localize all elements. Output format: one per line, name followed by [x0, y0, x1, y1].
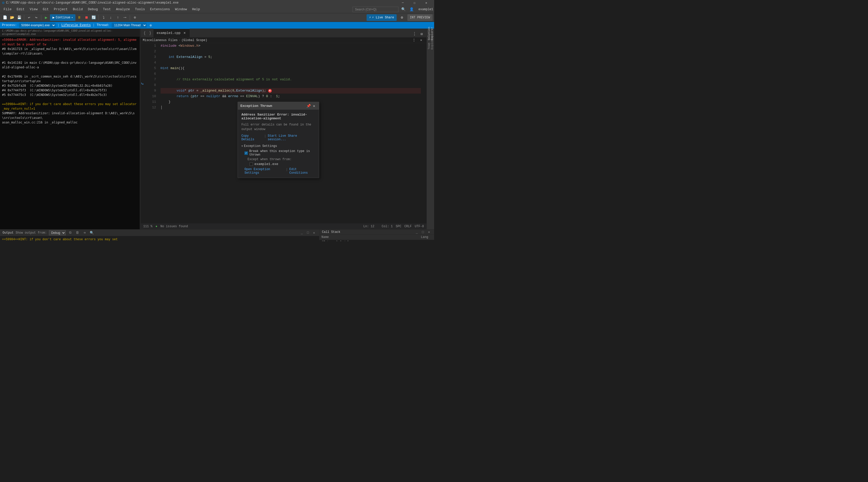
pause-button[interactable]: ⏸: [76, 14, 83, 21]
menu-project[interactable]: Project: [51, 6, 70, 13]
no-issues-label[interactable]: No issues found: [160, 225, 188, 228]
menu-build[interactable]: Build: [70, 6, 85, 13]
run-to-cursor-button[interactable]: ⤏: [122, 14, 128, 21]
callstack-maximize-button[interactable]: □: [421, 230, 426, 235]
var-external-align: ExternalAlign: [177, 54, 202, 60]
breadcrumb-scope[interactable]: (Global Scope): [182, 38, 207, 42]
new-project-button[interactable]: 📄: [2, 14, 8, 21]
breadcrumb-close-btn[interactable]: ✕: [418, 37, 425, 43]
lifecycle-events-button[interactable]: Lifecycle Events: [61, 24, 91, 27]
terminal-line: SUMMARY: AddressSanitizer: invalid-alloc…: [2, 111, 138, 120]
callstack-close-button[interactable]: ✕: [427, 230, 432, 235]
exception-settings-header[interactable]: ▼ Exception Settings: [241, 144, 315, 148]
indent: [161, 94, 177, 99]
output-copy-button[interactable]: ⧉: [68, 230, 73, 235]
step-into-button[interactable]: ↓: [107, 14, 114, 21]
comma: ,: [234, 88, 236, 94]
int-keyword: int: [168, 54, 174, 60]
open-button[interactable]: 📂: [9, 14, 15, 21]
breadcrumb-menu-btn[interactable]: ⋮: [411, 37, 417, 43]
toolbar-right: ⚡ ⚡ Live Share ⚙ INT PREVIEW: [367, 14, 433, 21]
spc-label[interactable]: SPC: [396, 225, 402, 228]
space: [175, 54, 177, 60]
account-button[interactable]: 👤: [408, 6, 415, 13]
menu-help[interactable]: Help: [189, 6, 203, 13]
example-exe-label: example1.exe: [254, 162, 278, 166]
menu-analyze[interactable]: Analyze: [114, 6, 132, 13]
zoom-level[interactable]: 111 %: [143, 225, 152, 228]
menu-file[interactable]: File: [1, 6, 14, 13]
output-minimize-button[interactable]: _: [299, 230, 304, 235]
process-divider: |: [58, 24, 59, 27]
editor-scrollbar[interactable]: [423, 43, 427, 223]
copy-details-link[interactable]: Copy Details: [241, 134, 262, 141]
continue-button[interactable]: ▶ Continue ▾: [50, 14, 75, 21]
menu-edit[interactable]: Edit: [14, 6, 27, 13]
title-bar: ⊙ C:\MSDN\cpp-docs-pr\docs\c-language\AS…: [0, 0, 434, 6]
output-source-select[interactable]: Debug: [49, 230, 66, 235]
menu-view[interactable]: View: [27, 6, 40, 13]
search-expand-button[interactable]: 🔍: [400, 6, 407, 13]
menu-git[interactable]: Git: [40, 6, 51, 13]
breadcrumb-files[interactable]: Miscellaneous Files: [143, 38, 178, 42]
exception-pin-button[interactable]: 📌: [306, 103, 311, 108]
crlf-label[interactable]: CRLF: [404, 225, 412, 228]
encoding-label[interactable]: UTF-8: [415, 225, 424, 228]
stop-button[interactable]: ⏹: [83, 14, 90, 21]
int-preview-button[interactable]: INT PREVIEW: [407, 14, 433, 21]
continue-icon: ▶: [53, 15, 55, 20]
step-back-button[interactable]: ▶: [43, 14, 50, 21]
menu-debug[interactable]: Debug: [85, 6, 100, 13]
output-close-button[interactable]: ✕: [311, 230, 317, 235]
open-exception-settings-link[interactable]: Open Exception Settings: [245, 168, 284, 175]
menu-window[interactable]: Window: [173, 6, 190, 13]
line-num-11: 11: [146, 99, 156, 105]
callstack-row-0[interactable]: [External Code]: [319, 240, 434, 241]
toolbar-divider-4: [130, 15, 130, 20]
output-find-button[interactable]: 🔍: [89, 230, 94, 235]
minimize-button[interactable]: —: [397, 0, 409, 6]
tab-menu-button[interactable]: ⋮: [411, 31, 418, 37]
live-share-link[interactable]: Start Live Share session...: [268, 134, 315, 141]
output-maximize-button[interactable]: □: [305, 230, 310, 235]
menu-tools[interactable]: Tools: [132, 6, 148, 13]
step-out-button[interactable]: ↑: [115, 14, 121, 21]
break-exception-checkbox[interactable]: [245, 151, 248, 155]
redo-button[interactable]: ↪: [33, 14, 39, 21]
output-clear-button[interactable]: 🗑: [75, 230, 80, 235]
process-select[interactable]: 50984 example1.exe: [19, 23, 56, 28]
sidebar-item-team-explorer[interactable]: Team Explorer: [428, 40, 434, 46]
continue-dropdown-icon[interactable]: ▾: [71, 16, 73, 19]
example1-label: example1: [418, 8, 433, 11]
collapse-icon[interactable]: ⊟: [161, 65, 163, 71]
exception-settings-label: Exception Settings: [244, 144, 277, 148]
menu-extensions[interactable]: Extensions: [148, 6, 173, 13]
undo-button[interactable]: ↩: [26, 14, 32, 21]
example-exe-checkbox[interactable]: [250, 162, 253, 166]
save-button[interactable]: 💾: [16, 14, 23, 21]
step-over-button[interactable]: ⤵: [100, 14, 107, 21]
output-wrap-button[interactable]: ⌫: [82, 230, 87, 235]
restart-button[interactable]: 🔄: [90, 14, 97, 21]
output-content: ==59984==HINT: if you don't care about t…: [0, 236, 319, 241]
thread-select[interactable]: 11204 Main Thread: [112, 23, 147, 28]
settings-button[interactable]: ⚙: [399, 14, 405, 21]
void-keyword: void: [177, 88, 184, 94]
edit-conditions-link[interactable]: Edit Conditions: [289, 168, 315, 175]
sidebar-item-solution-explorer[interactable]: Solution Explorer: [428, 31, 434, 37]
paren-3: );: [262, 88, 266, 94]
live-share-button[interactable]: ⚡ ⚡ Live Share: [367, 14, 397, 21]
callstack-minimize-button[interactable]: _: [414, 230, 419, 235]
exception-close-button[interactable]: ✕: [312, 103, 316, 108]
close-button[interactable]: ✕: [421, 0, 432, 6]
einval-const: EINVAL: [246, 94, 258, 99]
tab-close-button[interactable]: ×: [183, 31, 187, 35]
callstack-header-left: Call Stack: [322, 230, 340, 234]
menu-test[interactable]: Test: [100, 6, 114, 13]
maximize-button[interactable]: ☐: [409, 0, 421, 6]
tab-split-button[interactable]: ⊡: [418, 31, 425, 37]
breakpoints-button[interactable]: ⊙: [131, 14, 138, 21]
toolbar: 📄 📂 💾 ↩ ↪ ▶ ▶ Continue ▾ ⏸ ⏹ 🔄 ⤵ ↓ ↑ ⤏ ⊙…: [0, 13, 434, 22]
search-input[interactable]: [352, 7, 398, 12]
tab-example1-cpp[interactable]: example1.cpp ×: [153, 29, 190, 37]
